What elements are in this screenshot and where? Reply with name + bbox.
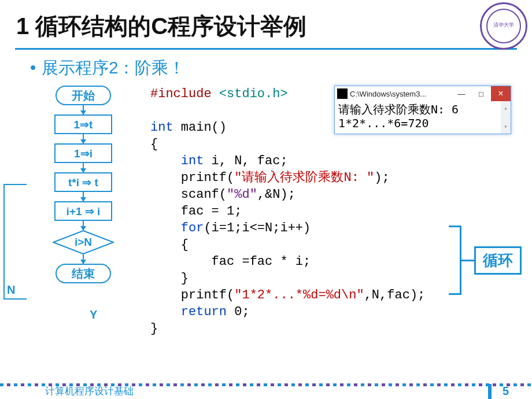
console-line-1: 请输入待求阶乘数N: 6 [338, 102, 507, 116]
subtitle-text: 展示程序2：阶乘！ [42, 58, 185, 77]
bracket-icon [449, 226, 461, 295]
flow-branch-no: N [7, 283, 15, 297]
scrollbar[interactable]: ▴▾ [501, 101, 511, 134]
maximize-button[interactable]: □ [471, 86, 491, 101]
decision-text: i>N [75, 236, 92, 249]
cmd-icon [337, 88, 348, 99]
arrow-icon [83, 254, 84, 264]
title-divider [15, 48, 517, 50]
flow-branch-yes: Y [90, 308, 97, 322]
flow-step-3: t*i ⇒ t [54, 172, 112, 192]
pagenum-bar [488, 384, 492, 399]
arrow-icon [83, 221, 84, 230]
close-button[interactable]: × [491, 86, 511, 101]
flow-decision: i>N [53, 230, 114, 254]
window-titlebar: C:\Windows\system3... — □ × [335, 86, 511, 101]
flow-step-1: 1⇒t [54, 114, 112, 134]
arrow-icon [83, 192, 84, 201]
console-output: 请输入待求阶乘数N: 6 1*2*...*6=720 ▴▾ [335, 101, 511, 134]
footer-text: 计算机程序设计基础 [45, 385, 134, 398]
seal-text: 清华大学 [482, 21, 526, 29]
arrow-icon [83, 105, 84, 114]
arrow-icon [83, 163, 84, 172]
bullet-icon: • [30, 58, 36, 77]
university-seal-icon: 清华大学 [480, 2, 527, 50]
console-window: C:\Windows\system3... — □ × 请输入待求阶乘数N: 6… [334, 86, 511, 134]
flow-step-4: i+1 ⇒ i [54, 201, 112, 221]
flow-step-2: 1⇒i [54, 143, 112, 163]
minimize-button[interactable]: — [452, 86, 471, 101]
subtitle-bullet: •展示程序2：阶乘！ [0, 57, 532, 80]
flow-loop-line [3, 184, 27, 300]
flowchart: 开始 1⇒t 1⇒i t*i ⇒ t i+1 ⇒ i i>N 结束 [25, 86, 141, 283]
arrow-icon [83, 134, 84, 143]
loop-annotation: 循环 [474, 246, 522, 275]
console-line-2: 1*2*...*6=720 [338, 116, 507, 130]
flow-end: 结束 [56, 264, 111, 283]
page-title: 1 循环结构的C程序设计举例 [0, 0, 532, 48]
flow-start: 开始 [56, 86, 111, 105]
page-number: 5 [503, 385, 509, 398]
window-title: C:\Windows\system3... [350, 90, 452, 98]
